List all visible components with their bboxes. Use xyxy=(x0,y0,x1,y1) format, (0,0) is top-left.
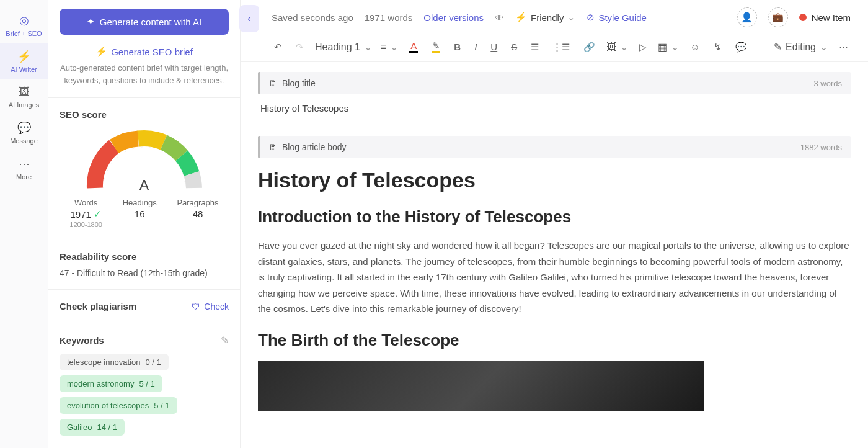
bolt-icon: ⚡ xyxy=(95,46,107,57)
chevron-down-icon: ⌄ xyxy=(820,41,828,53)
topbar: Saved seconds ago 1971 words Older versi… xyxy=(241,0,868,35)
align-selector[interactable]: ≡ ⌄ xyxy=(381,41,398,53)
add-user-button[interactable]: 👤 xyxy=(737,7,757,27)
user-plus-icon: 👤 xyxy=(741,12,753,23)
nav-label: Brief + SEO xyxy=(6,30,42,37)
document-icon: 🗎 xyxy=(268,78,277,88)
image-insert-button[interactable]: 🖼⌄ xyxy=(606,41,628,53)
stat-headings: Headings 16 xyxy=(123,198,157,228)
font-color-button[interactable]: A xyxy=(407,40,420,54)
article-h2-intro[interactable]: Introduction to the History of Telescope… xyxy=(258,207,851,226)
clear-format-button[interactable]: ↯ xyxy=(711,40,724,54)
stat-words: Words 1971✓ 1200-1800 xyxy=(69,198,102,228)
tone-selector[interactable]: ⚡ Friendly ⌄ xyxy=(515,12,575,23)
briefcase-icon: 💼 xyxy=(772,12,784,23)
briefcase-button[interactable]: 💼 xyxy=(768,7,788,27)
undo-button[interactable]: ↶ xyxy=(272,40,285,54)
seo-score-title: SEO score xyxy=(60,109,229,120)
video-button[interactable]: ▷ xyxy=(637,40,649,54)
nav-more[interactable]: ⋯ More xyxy=(0,151,48,187)
status-dot-icon xyxy=(799,14,807,21)
document-icon: 🗎 xyxy=(268,142,277,152)
readability-title: Readability score xyxy=(60,251,229,262)
readability-text: 47 - Difficult to Read (12th-15th grade) xyxy=(60,268,229,278)
generate-content-label: Generate content with AI xyxy=(100,17,202,27)
nav-label: AI Writer xyxy=(11,66,37,73)
collapse-sidebar-button[interactable]: ‹ xyxy=(239,5,259,32)
table-icon: ▦ xyxy=(658,41,667,53)
sparkle-icon: ✦ xyxy=(87,16,95,27)
check-plagiarism-button[interactable]: 🛡 Check xyxy=(192,302,229,311)
shield-icon: 🛡 xyxy=(192,302,200,311)
italic-button[interactable]: I xyxy=(472,40,479,53)
article-h2-birth[interactable]: The Birth of the Telescope xyxy=(258,331,851,350)
emoji-button[interactable]: ☺ xyxy=(688,40,702,53)
heading-selector[interactable]: Heading 1 ⌄ xyxy=(315,41,372,53)
article-image[interactable] xyxy=(258,361,704,411)
align-left-icon: ≡ xyxy=(381,42,386,53)
body-word-count: 1882 words xyxy=(800,143,842,152)
style-guide-link[interactable]: ⊘ Style Guide xyxy=(587,12,647,23)
keyword-chip[interactable]: telescope innovation 0 / 1 xyxy=(60,354,169,370)
seo-brief-label: Generate SEO brief xyxy=(111,47,193,57)
crosshair-icon: ◎ xyxy=(19,14,29,27)
nav-label: More xyxy=(16,173,32,181)
seo-gauge: A Words 1971✓ 1200-1800 Headings 16 Para… xyxy=(60,126,229,228)
comment-button[interactable]: 💬 xyxy=(733,40,750,54)
chevron-down-icon: ⌄ xyxy=(364,41,372,53)
new-item-status[interactable]: New Item xyxy=(799,12,851,23)
image-icon: 🖼 xyxy=(19,86,30,99)
keyword-chip[interactable]: evolution of telescopes 5 / 1 xyxy=(60,397,177,414)
nav-message[interactable]: 💬 Message xyxy=(0,115,48,151)
nav-ai-images[interactable]: 🖼 AI Images xyxy=(0,79,48,115)
bolt-icon: ⚡ xyxy=(515,12,527,23)
blog-title-field-header: 🗎 Blog title 3 words xyxy=(258,72,851,94)
left-nav: ◎ Brief + SEO ⚡ AI Writer 🖼 AI Images 💬 … xyxy=(0,0,48,448)
keyword-list: telescope innovation 0 / 1 modern astron… xyxy=(60,354,229,436)
highlight-button[interactable]: ✎ xyxy=(429,40,443,54)
generate-seo-brief-link[interactable]: ⚡ Generate SEO brief xyxy=(60,46,229,57)
nav-brief-seo[interactable]: ◎ Brief + SEO xyxy=(0,7,48,43)
bolt-icon: ⚡ xyxy=(17,50,31,63)
editor-content[interactable]: 🗎 Blog title 3 words History of Telescop… xyxy=(241,62,868,448)
more-icon: ⋯ xyxy=(19,157,30,171)
keywords-title: Keywords xyxy=(60,335,104,346)
nav-label: Message xyxy=(10,137,38,145)
table-button[interactable]: ▦⌄ xyxy=(658,41,679,53)
underline-button[interactable]: U xyxy=(488,40,500,53)
bullet-list-button[interactable]: ☰ xyxy=(528,40,541,54)
edit-keywords-button[interactable]: ✎ xyxy=(221,334,229,346)
main-editor: ‹ Saved seconds ago 1971 words Older ver… xyxy=(241,0,868,448)
older-versions-link[interactable]: Older versions xyxy=(423,12,484,23)
word-count: 1971 words xyxy=(365,12,413,23)
nav-label: AI Images xyxy=(9,101,40,109)
check-circle-icon: ⊘ xyxy=(587,12,595,23)
message-icon: 💬 xyxy=(17,121,31,135)
editing-mode-selector[interactable]: ✎ Editing ⌄ xyxy=(774,41,828,53)
plagiarism-title: Check plagiarism xyxy=(60,301,136,311)
eye-icon[interactable]: 👁 xyxy=(495,12,504,23)
nav-ai-writer[interactable]: ⚡ AI Writer xyxy=(0,43,48,79)
article-h1[interactable]: History of Telescopes xyxy=(258,168,851,192)
strikethrough-button[interactable]: S xyxy=(508,40,520,53)
blog-body-field-header: 🗎 Blog article body 1882 words xyxy=(258,136,851,158)
numbered-list-button[interactable]: ⋮☰ xyxy=(550,40,572,54)
chevron-down-icon: ⌄ xyxy=(390,41,398,53)
editor-toolbar: ↶ ↷ Heading 1 ⌄ ≡ ⌄ A ✎ B I U S ☰ ⋮☰ 🔗 🖼… xyxy=(241,35,868,62)
generate-content-button[interactable]: ✦ Generate content with AI xyxy=(60,9,229,35)
chevron-left-icon: ‹ xyxy=(247,13,250,24)
keyword-chip[interactable]: modern astronomy 5 / 1 xyxy=(60,375,162,392)
redo-button[interactable]: ↷ xyxy=(293,40,306,54)
article-paragraph[interactable]: Have you ever gazed at the night sky and… xyxy=(258,238,851,317)
blog-title-text[interactable]: History of Telescopes xyxy=(258,103,851,114)
link-button[interactable]: 🔗 xyxy=(581,40,598,54)
gauge-grade: A xyxy=(139,177,149,194)
stat-paragraphs: Paragraphs 48 xyxy=(177,198,218,228)
bold-button[interactable]: B xyxy=(451,40,463,53)
chevron-down-icon: ⌄ xyxy=(567,12,575,23)
sidebar: ✦ Generate content with AI ⚡ Generate SE… xyxy=(48,0,241,448)
more-toolbar-button[interactable]: ⋯ xyxy=(836,40,851,54)
keyword-chip[interactable]: Galileo 14 / 1 xyxy=(60,419,125,436)
pencil-icon: ✎ xyxy=(774,41,782,53)
title-word-count: 3 words xyxy=(813,79,842,88)
